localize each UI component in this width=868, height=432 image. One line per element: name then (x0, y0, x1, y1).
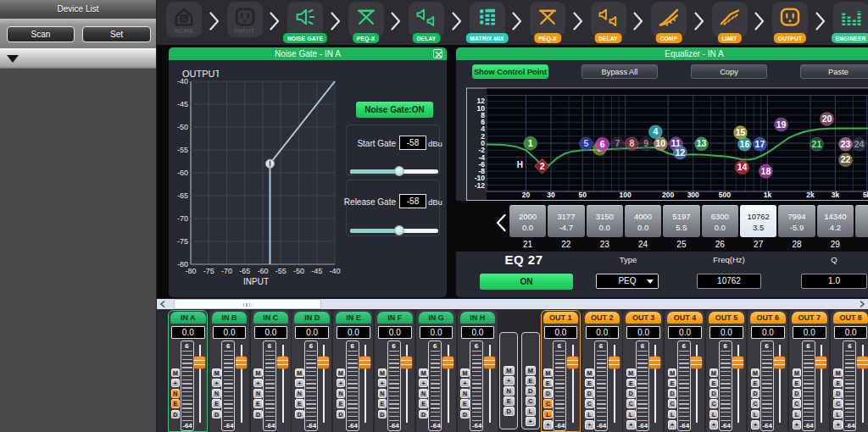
channel-button-e[interactable]: E (171, 399, 181, 408)
toolbar-item-limit[interactable]: LIMIT (712, 2, 748, 37)
release-gate-slider[interactable] (350, 225, 438, 235)
channel-gain-value[interactable]: 0.0 (709, 326, 743, 339)
channel-button-plus[interactable]: + (212, 379, 221, 388)
toolbar-item-home[interactable]: HOME (166, 2, 202, 37)
channel-button-c[interactable]: C (668, 399, 677, 408)
channel-button-l[interactable]: L (585, 410, 594, 419)
group-strip-inputs[interactable]: M+NED (499, 332, 518, 429)
channel-button-l[interactable]: L (668, 410, 677, 419)
channel-button-m[interactable]: M (460, 368, 470, 378)
channel-button-d[interactable]: D (793, 389, 802, 398)
channel-button-n[interactable]: N (378, 389, 387, 398)
channel-button-m[interactable]: M (793, 368, 802, 378)
channel-button-e[interactable]: E (253, 399, 263, 408)
channel-gain-value[interactable]: 0.0 (626, 326, 660, 339)
channel-button-e[interactable]: E (460, 399, 470, 408)
channel-button-n[interactable]: N (295, 389, 304, 398)
channel-strip-in-c[interactable]: IN C0.06-64M+NED (251, 310, 291, 432)
channel-strip-in-h[interactable]: IN H0.06-64M+NED (458, 310, 498, 432)
eq-point-4[interactable]: 4 (648, 125, 662, 139)
fader-handle[interactable] (359, 357, 370, 368)
group-button-n[interactable]: N (504, 386, 515, 396)
channel-button-plus[interactable]: + (171, 379, 181, 388)
eq-on-button[interactable]: ON (480, 274, 573, 290)
q-input[interactable]: 1.0 (801, 274, 867, 289)
toolbar-item-engineer[interactable]: ENGINEER (833, 2, 868, 37)
channel-button-d[interactable]: D (460, 410, 470, 419)
group-button-l[interactable]: L (526, 407, 537, 416)
channel-button-plus[interactable]: + (709, 420, 719, 429)
eq-point-12[interactable]: 12 (673, 146, 687, 159)
group-button-d[interactable]: D (504, 407, 515, 416)
channel-button-c[interactable]: C (585, 399, 594, 408)
channel-button-plus[interactable]: + (793, 420, 802, 429)
channel-button-m[interactable]: M (171, 368, 181, 378)
fader-handle[interactable] (194, 357, 205, 368)
toolbar-item-delay-input[interactable]: DELAY (409, 2, 444, 37)
eq-point-5[interactable]: 5 (579, 137, 593, 151)
channel-strip-in-g[interactable]: IN G0.06-64M+NED (416, 310, 456, 432)
channel-button-d[interactable]: D (833, 389, 843, 398)
toolbar-item-peq-x-output[interactable]: PEQ-X (530, 2, 565, 37)
fader-handle[interactable] (401, 357, 412, 368)
toolbar-item-matrix-mix[interactable]: MATRIX MIX (470, 2, 505, 37)
eq-point-24[interactable]: 24 (852, 137, 865, 151)
channel-gain-value[interactable]: 0.0 (254, 326, 288, 339)
toolbar-item-noise-gate[interactable]: NOISE GATE (287, 2, 323, 37)
channel-gain-value[interactable]: 0.0 (378, 326, 412, 339)
channel-gain-value[interactable]: 0.0 (213, 326, 247, 339)
eq-band-cell-27[interactable]: 107623.5 (740, 205, 776, 237)
eq-band-cell-25[interactable]: 51975.5 (663, 205, 699, 237)
channel-button-c[interactable]: C (793, 399, 802, 408)
channel-button-m[interactable]: M (709, 368, 719, 378)
group-button-m[interactable]: M (504, 366, 515, 375)
channel-button-e[interactable]: E (543, 379, 553, 388)
channel-button-e[interactable]: E (295, 399, 304, 408)
channel-gain-value[interactable]: 0.0 (834, 326, 868, 339)
fader-handle[interactable] (609, 357, 620, 368)
channel-button-d[interactable]: D (212, 410, 221, 419)
channel-button-c[interactable]: C (709, 399, 719, 408)
channel-button-m[interactable]: M (585, 368, 594, 378)
channel-gain-value[interactable]: 0.0 (295, 326, 329, 339)
channel-button-m[interactable]: M (253, 368, 263, 378)
eq-band-cell-29[interactable]: 143404.2 (817, 205, 854, 237)
group-button-m[interactable]: M (526, 366, 537, 375)
channel-button-m[interactable]: M (212, 368, 221, 378)
channel-button-plus[interactable]: + (668, 420, 677, 429)
fader-handle[interactable] (691, 357, 702, 368)
channel-button-l[interactable]: L (793, 410, 802, 419)
toolbar-item-peq-x-input[interactable]: PEQ-X (348, 2, 384, 37)
toolbar-item-input[interactable]: INPUT (227, 2, 263, 37)
channel-strip-out-4[interactable]: OUT 40.06-64MEDCL+ (665, 310, 704, 432)
channel-button-plus[interactable]: + (419, 379, 428, 388)
channel-button-e[interactable]: E (668, 379, 677, 388)
channel-button-e[interactable]: E (337, 399, 346, 408)
group-button-e[interactable]: E (504, 396, 515, 406)
bands-prev-button[interactable] (495, 213, 507, 232)
fader-handle[interactable] (318, 357, 329, 368)
eq-point-19[interactable]: 19 (774, 118, 787, 131)
fader-handle[interactable] (774, 357, 785, 368)
channel-button-plus[interactable]: + (378, 379, 387, 388)
eq-point-22[interactable]: 22 (838, 153, 852, 167)
channel-button-m[interactable]: M (751, 368, 760, 378)
channel-button-e[interactable]: E (585, 379, 594, 388)
channel-button-n[interactable]: N (253, 389, 263, 398)
channel-button-e[interactable]: E (378, 399, 387, 408)
channel-button-plus[interactable]: + (253, 379, 263, 388)
channel-button-c[interactable]: C (751, 399, 760, 408)
channel-gain-value[interactable]: 0.0 (751, 326, 785, 339)
eq-point-17[interactable]: 17 (753, 137, 766, 151)
channel-strip-out-7[interactable]: OUT 70.06-64MEDCL+ (789, 310, 829, 432)
group-button-plus[interactable]: + (526, 417, 537, 426)
channel-button-l[interactable]: L (709, 410, 719, 419)
channel-strip-in-e[interactable]: IN E0.06-64M+NED (333, 310, 373, 432)
channel-button-l[interactable]: L (833, 410, 843, 419)
eq-point-7[interactable]: 7 (610, 137, 624, 151)
set-button[interactable]: Set (82, 26, 151, 42)
channel-button-e[interactable]: E (212, 399, 221, 408)
channel-button-n[interactable]: N (419, 389, 428, 398)
channel-button-d[interactable]: D (378, 410, 387, 419)
channel-gain-value[interactable]: 0.0 (461, 326, 495, 339)
